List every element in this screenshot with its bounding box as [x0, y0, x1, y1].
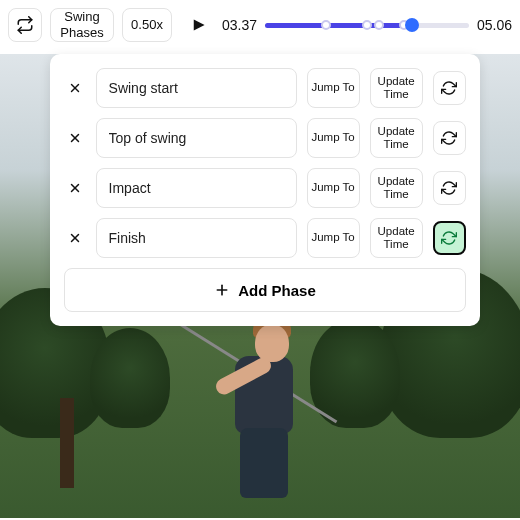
phase-row: Jump To Update Time	[64, 218, 466, 258]
playback-speed-button[interactable]: 0.50x	[122, 8, 172, 42]
play-button[interactable]	[180, 8, 214, 42]
cycle-replace-button[interactable]	[433, 121, 466, 155]
playhead[interactable]	[405, 18, 419, 32]
play-icon	[184, 12, 210, 38]
phase-name-input[interactable]	[96, 218, 297, 258]
close-icon	[68, 81, 82, 95]
cycle-replace-button[interactable]	[433, 221, 466, 255]
phase-row: Jump To Update Time	[64, 68, 466, 108]
phases-panel: Jump To Update Time Jump To Update Time …	[50, 54, 480, 326]
close-icon	[68, 131, 82, 145]
jump-to-button[interactable]: Jump To	[307, 68, 360, 108]
playback-speed-label: 0.50x	[131, 17, 163, 33]
tree-decor	[90, 328, 170, 428]
swing-phases-label: Swing Phases	[55, 9, 109, 40]
jump-to-button[interactable]: Jump To	[307, 218, 360, 258]
cycle-replace-button[interactable]	[433, 71, 466, 105]
close-icon	[68, 181, 82, 195]
phase-row: Jump To Update Time	[64, 168, 466, 208]
top-toolbar: Swing Phases 0.50x 03.37 05.06	[0, 0, 520, 54]
timeline: 03.37 05.06	[222, 15, 512, 35]
update-time-button[interactable]: Update Time	[370, 118, 423, 158]
jump-to-button[interactable]: Jump To	[307, 168, 360, 208]
refresh-icon	[441, 230, 457, 246]
cycle-replace-button[interactable]	[433, 171, 466, 205]
golfer-figure	[200, 314, 320, 514]
phase-marker[interactable]	[374, 20, 384, 30]
tree-trunk-decor	[60, 398, 74, 488]
update-time-button[interactable]: Update Time	[370, 218, 423, 258]
track-fill	[265, 23, 412, 28]
phase-name-input[interactable]	[96, 168, 297, 208]
close-icon	[68, 231, 82, 245]
jump-to-button[interactable]: Jump To	[307, 118, 360, 158]
swing-phases-button[interactable]: Swing Phases	[50, 8, 114, 42]
delete-phase-button[interactable]	[64, 77, 86, 99]
golfer-head	[255, 324, 289, 362]
time-current: 03.37	[222, 17, 257, 33]
add-phase-label: Add Phase	[238, 282, 316, 299]
loop-button[interactable]	[8, 8, 42, 42]
update-time-button[interactable]: Update Time	[370, 168, 423, 208]
refresh-icon	[441, 80, 457, 96]
phase-marker[interactable]	[362, 20, 372, 30]
delete-phase-button[interactable]	[64, 127, 86, 149]
phase-name-input[interactable]	[96, 118, 297, 158]
golfer-legs	[240, 428, 288, 498]
plus-icon	[214, 282, 230, 298]
update-time-button[interactable]: Update Time	[370, 68, 423, 108]
timeline-track[interactable]	[265, 15, 469, 35]
delete-phase-button[interactable]	[64, 177, 86, 199]
loop-icon	[16, 16, 34, 34]
refresh-icon	[441, 180, 457, 196]
refresh-icon	[441, 130, 457, 146]
phase-row: Jump To Update Time	[64, 118, 466, 158]
phase-marker[interactable]	[321, 20, 331, 30]
phase-name-input[interactable]	[96, 68, 297, 108]
time-total: 05.06	[477, 17, 512, 33]
add-phase-button[interactable]: Add Phase	[64, 268, 466, 312]
delete-phase-button[interactable]	[64, 227, 86, 249]
